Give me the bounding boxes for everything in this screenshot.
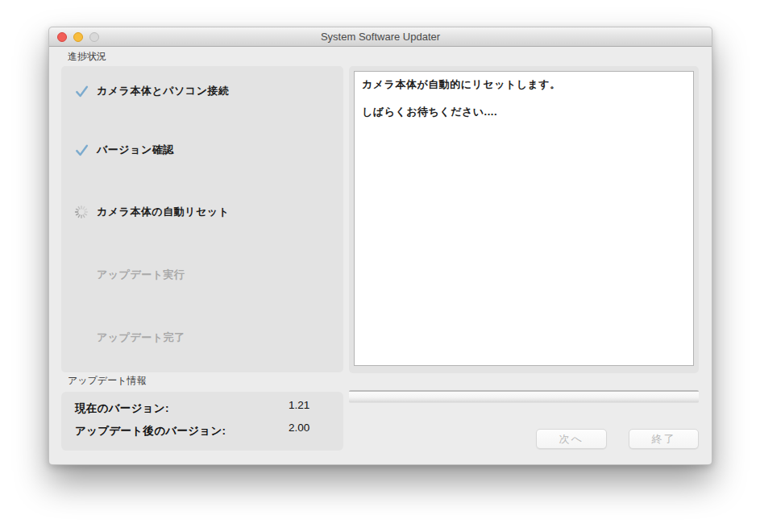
window-title: System Software Updater <box>49 27 712 46</box>
progress-section-label: 進捗状況 <box>68 50 106 64</box>
progress-steps-panel: カメラ本体とパソコン接続 バージョン確認 <box>61 66 343 372</box>
next-button[interactable]: 次へ <box>536 429 607 449</box>
updater-window: System Software Updater 進捗状況 カメラ本体とパソコン接… <box>48 27 712 465</box>
status-message-line2: しばらくお待ちください.... <box>362 105 686 120</box>
message-group: カメラ本体が自動的にリセットします。 しばらくお待ちください.... <box>349 66 699 373</box>
step-label: バージョン確認 <box>97 143 174 157</box>
step-auto-reset: カメラ本体の自動リセット <box>74 203 335 221</box>
after-update-version-label: アップデート後のバージョン: <box>75 425 226 437</box>
step-label: カメラ本体とパソコン接続 <box>97 84 229 98</box>
status-message-line1: カメラ本体が自動的にリセットします。 <box>362 77 686 93</box>
update-info-section-label: アップデート情報 <box>68 374 146 388</box>
after-update-version-row: アップデート後のバージョン: 2.00 <box>75 423 335 438</box>
title-bar[interactable]: System Software Updater <box>49 27 712 47</box>
step-label: カメラ本体の自動リセット <box>97 205 229 219</box>
current-version-row: 現在のバージョン: 1.21 <box>75 401 335 415</box>
no-icon <box>74 330 89 345</box>
step-update-complete: アップデート完了 <box>74 329 335 347</box>
spinner-icon <box>74 205 89 219</box>
version-info-box: 現在のバージョン: 1.21 アップデート後のバージョン: 2.00 <box>61 392 343 451</box>
progress-bar <box>349 390 699 403</box>
step-update-execute: アップデート実行 <box>74 266 335 284</box>
step-version-check: バージョン確認 <box>74 141 335 159</box>
status-message-box: カメラ本体が自動的にリセットします。 しばらくお待ちください.... <box>354 71 694 366</box>
no-icon <box>74 268 89 282</box>
step-label: アップデート完了 <box>97 330 185 345</box>
checkmark-icon <box>74 143 89 157</box>
after-update-version-value: 2.00 <box>289 422 309 434</box>
finish-button[interactable]: 終了 <box>629 429 699 449</box>
current-version-label: 現在のバージョン: <box>75 402 169 414</box>
checkmark-icon <box>74 84 89 98</box>
step-camera-pc-connect: カメラ本体とパソコン接続 <box>74 82 335 100</box>
step-label: アップデート実行 <box>97 268 185 282</box>
current-version-value: 1.21 <box>289 399 309 411</box>
